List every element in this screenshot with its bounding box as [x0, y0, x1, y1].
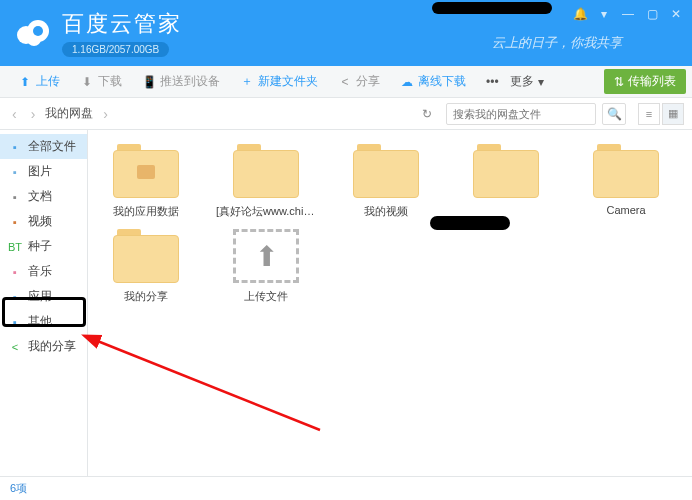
file-item[interactable]: Camera — [576, 144, 676, 219]
window-controls: 🔔 ▾ — ▢ ✕ — [572, 6, 684, 22]
sidebar-label: 图片 — [28, 163, 52, 180]
folder-icon — [113, 229, 179, 283]
file-label: 上传文件 — [216, 289, 316, 304]
sidebar-icon: ▪ — [8, 165, 22, 179]
main-area: ▪全部文件▪图片▪文档▪视频BT种子▪音乐▪应用▪其他<我的分享 我的应用数据[… — [0, 130, 692, 476]
upload-tile-icon: ⬆ — [233, 229, 299, 283]
push-button[interactable]: 📱推送到设备 — [132, 66, 230, 97]
newfolder-button[interactable]: ＋新建文件夹 — [230, 66, 328, 97]
sidebar-icon: ▪ — [8, 190, 22, 204]
file-grid: 我的应用数据[真好论坛www.china...我的视频Camera我的分享⬆上传… — [96, 144, 684, 304]
folder-icon — [113, 144, 179, 198]
sidebar-icon: ▪ — [8, 215, 22, 229]
file-label: Camera — [576, 204, 676, 216]
chevron-down-icon: ▾ — [538, 75, 544, 89]
transfer-icon: ⇅ — [614, 75, 624, 89]
sidebar-item-7[interactable]: ▪其他 — [0, 309, 87, 334]
annotation-scribble — [430, 216, 510, 230]
sidebar-label: 其他 — [28, 313, 52, 330]
folder-icon — [593, 144, 659, 198]
svg-point-3 — [33, 26, 43, 36]
file-item[interactable]: 我的分享 — [96, 229, 196, 304]
search-input[interactable] — [446, 103, 596, 125]
file-item[interactable]: 我的视频 — [336, 144, 436, 219]
sidebar-label: 种子 — [28, 238, 52, 255]
upload-icon: ⬆ — [18, 75, 32, 89]
file-label: 我的应用数据 — [96, 204, 196, 219]
sidebar-icon: ▪ — [8, 290, 22, 304]
nav-back-icon[interactable]: ‹ — [8, 106, 21, 122]
close-icon[interactable]: ✕ — [668, 6, 684, 22]
notification-icon[interactable]: 🔔 — [572, 6, 588, 22]
folder-icon — [473, 144, 539, 198]
sidebar-item-4[interactable]: BT种子 — [0, 234, 87, 259]
push-icon: 📱 — [142, 75, 156, 89]
more-button[interactable]: ••• 更多▾ — [476, 66, 554, 97]
sidebar-label: 我的分享 — [28, 338, 76, 355]
upload-button[interactable]: ⬆上传 — [8, 66, 70, 97]
sidebar-label: 文档 — [28, 188, 52, 205]
download-button[interactable]: ⬇下载 — [70, 66, 132, 97]
maximize-icon[interactable]: ▢ — [644, 6, 660, 22]
breadcrumb[interactable]: 我的网盘 — [45, 105, 93, 122]
sidebar-icon: ▪ — [8, 265, 22, 279]
sidebar-label: 全部文件 — [28, 138, 76, 155]
file-item[interactable] — [456, 144, 556, 219]
nav-forward-icon[interactable]: › — [27, 106, 40, 122]
file-label: [真好论坛www.china... — [216, 204, 316, 219]
slogan-text: 云上的日子，你我共享 — [492, 34, 622, 52]
share-icon: < — [338, 75, 352, 89]
sidebar-label: 音乐 — [28, 263, 52, 280]
folder-icon — [353, 144, 419, 198]
share-button[interactable]: <分享 — [328, 66, 390, 97]
sidebar: ▪全部文件▪图片▪文档▪视频BT种子▪音乐▪应用▪其他<我的分享 — [0, 130, 88, 476]
sidebar-item-3[interactable]: ▪视频 — [0, 209, 87, 234]
statusbar: 6项 — [0, 476, 692, 500]
app-title: 百度云管家 — [62, 9, 182, 39]
app-logo — [12, 13, 52, 53]
sidebar-item-1[interactable]: ▪图片 — [0, 159, 87, 184]
annotation-scribble — [432, 2, 552, 14]
sidebar-icon: BT — [8, 240, 22, 254]
refresh-icon[interactable]: ↻ — [414, 107, 440, 121]
file-label: 我的分享 — [96, 289, 196, 304]
search-button[interactable]: 🔍 — [602, 103, 626, 125]
titlebar: 百度云管家 1.16GB/2057.00GB 云上的日子，你我共享 🔔 ▾ — … — [0, 0, 692, 66]
sidebar-icon: ▪ — [8, 315, 22, 329]
file-item[interactable]: [真好论坛www.china... — [216, 144, 316, 219]
transfer-list-button[interactable]: ⇅传输列表 — [604, 69, 686, 94]
grid-view-icon[interactable]: ▦ — [662, 103, 684, 125]
sidebar-icon: ▪ — [8, 140, 22, 154]
sidebar-label: 应用 — [28, 288, 52, 305]
toolbar: ⬆上传 ⬇下载 📱推送到设备 ＋新建文件夹 <分享 ☁离线下载 ••• 更多▾ … — [0, 66, 692, 98]
minimize-icon[interactable]: — — [620, 6, 636, 22]
sidebar-item-8[interactable]: <我的分享 — [0, 334, 87, 359]
list-view-icon[interactable]: ≡ — [638, 103, 660, 125]
folder-icon — [233, 144, 299, 198]
sidebar-item-5[interactable]: ▪音乐 — [0, 259, 87, 284]
sidebar-item-2[interactable]: ▪文档 — [0, 184, 87, 209]
download-icon: ⬇ — [80, 75, 94, 89]
sidebar-item-6[interactable]: ▪应用 — [0, 284, 87, 309]
storage-indicator[interactable]: 1.16GB/2057.00GB — [62, 42, 169, 57]
file-item[interactable]: 我的应用数据 — [96, 144, 196, 219]
sidebar-item-0[interactable]: ▪全部文件 — [0, 134, 87, 159]
file-label: 我的视频 — [336, 204, 436, 219]
sidebar-icon: < — [8, 340, 22, 354]
sidebar-label: 视频 — [28, 213, 52, 230]
dropdown-icon[interactable]: ▾ — [596, 6, 612, 22]
breadcrumb-chevron-icon[interactable]: › — [99, 106, 112, 122]
navbar: ‹ › 我的网盘 › ↻ 🔍 ≡ ▦ — [0, 98, 692, 130]
file-item[interactable]: ⬆上传文件 — [216, 229, 316, 304]
item-count: 6项 — [10, 481, 27, 496]
newfolder-icon: ＋ — [240, 75, 254, 89]
content-area: 我的应用数据[真好论坛www.china...我的视频Camera我的分享⬆上传… — [88, 130, 692, 476]
offline-button[interactable]: ☁离线下载 — [390, 66, 476, 97]
offline-icon: ☁ — [400, 75, 414, 89]
